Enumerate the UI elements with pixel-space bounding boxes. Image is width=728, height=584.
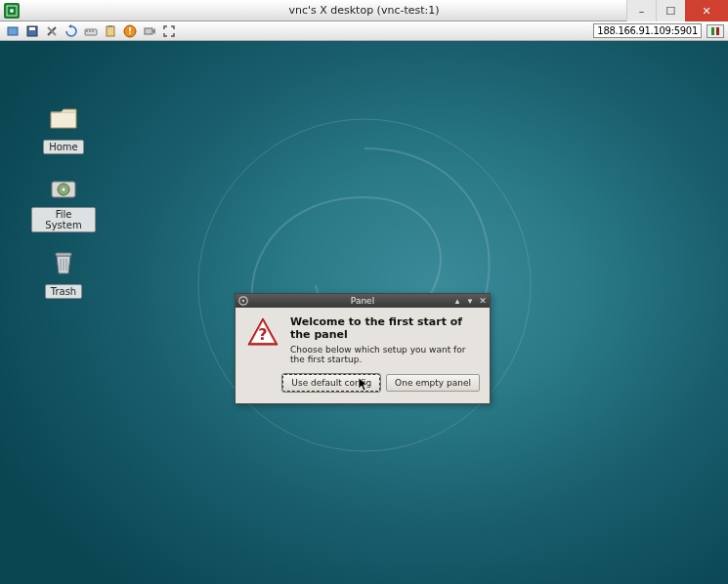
trash-icon	[48, 246, 79, 277]
svg-point-1	[10, 9, 14, 13]
drive-icon	[48, 173, 79, 204]
clipboard-icon[interactable]	[102, 23, 119, 39]
connection-status-icon	[707, 24, 724, 38]
panel-dialog-heading: Welcome to the first start of the panel	[290, 315, 480, 341]
wallpaper-swirl	[169, 90, 560, 480]
desktop-icon-label: Home	[43, 140, 84, 154]
svg-rect-9	[107, 26, 114, 36]
svg-rect-10	[108, 25, 112, 27]
svg-rect-6	[86, 30, 88, 32]
ctrl-alt-del-icon[interactable]	[82, 23, 100, 39]
svg-rect-18	[56, 253, 71, 256]
svg-rect-13	[145, 28, 152, 34]
panel-dialog-message: Choose below which setup you want for th…	[290, 345, 480, 364]
host-close-button[interactable]: ✕	[685, 0, 728, 21]
panel-rollup-button[interactable]: ▴	[452, 296, 462, 306]
svg-rect-8	[92, 30, 94, 32]
host-maximize-button[interactable]: ☐	[656, 0, 685, 21]
record-icon[interactable]	[141, 23, 158, 39]
svg-point-20	[242, 300, 244, 302]
svg-point-17	[63, 188, 65, 191]
panel-minimize-button[interactable]: ▾	[465, 296, 475, 306]
new-connection-icon[interactable]	[4, 23, 21, 39]
desktop-icon-label: Trash	[45, 284, 82, 299]
desktop-icon-trash[interactable]: Trash	[31, 246, 96, 299]
gear-icon	[237, 295, 249, 307]
svg-rect-4	[29, 27, 35, 30]
fullscreen-icon[interactable]	[160, 23, 178, 39]
one-empty-panel-button[interactable]: One empty panel	[386, 374, 480, 392]
panel-close-button[interactable]: ✕	[478, 296, 488, 306]
desktop-icon-home[interactable]: Home	[31, 102, 96, 154]
host-window-titlebar: vnc's X desktop (vnc-test:1) – ☐ ✕	[0, 0, 728, 21]
svg-text:?: ?	[258, 325, 267, 344]
refresh-icon[interactable]	[63, 23, 80, 39]
warning-icon: ?	[245, 315, 280, 364]
host-window-title: vnc's X desktop (vnc-test:1)	[288, 4, 439, 17]
options-icon[interactable]	[43, 23, 61, 39]
desktop-icon-filesystem[interactable]: File System	[31, 173, 96, 232]
use-default-config-button[interactable]: Use default config	[282, 374, 380, 392]
info-icon[interactable]: !	[121, 23, 139, 39]
host-minimize-button[interactable]: –	[626, 0, 656, 21]
desktop-icon-label: File System	[31, 207, 96, 232]
panel-dialog-window: Panel ▴ ▾ ✕ ? Welcome to the first start…	[235, 293, 491, 404]
save-icon[interactable]	[23, 23, 41, 39]
vnc-app-icon	[4, 3, 20, 19]
folder-home-icon	[48, 102, 79, 133]
vnc-toolbar: ! 188.166.91.109:5901	[0, 21, 728, 41]
remote-desktop[interactable]: Home File System Trash Panel ▴ ▾ ✕ ?	[0, 41, 728, 584]
panel-dialog-title: Panel	[351, 296, 374, 306]
svg-text:!: !	[128, 26, 132, 36]
svg-rect-7	[89, 30, 91, 32]
svg-rect-2	[8, 27, 18, 35]
connection-address: 188.166.91.109:5901	[593, 23, 702, 38]
panel-dialog-titlebar[interactable]: Panel ▴ ▾ ✕	[236, 294, 490, 308]
